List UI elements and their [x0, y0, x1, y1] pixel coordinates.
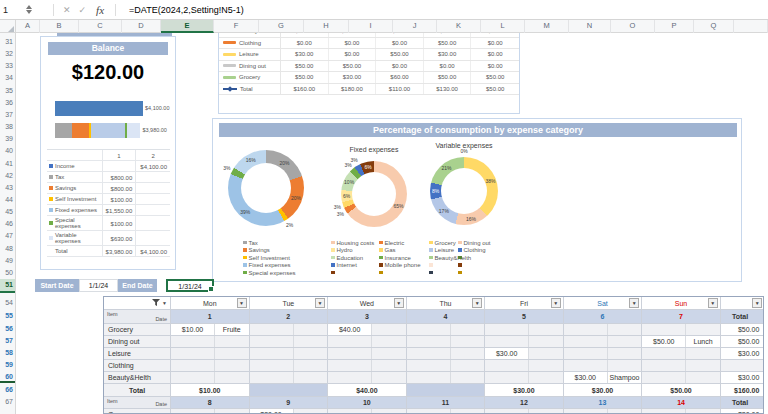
item-cell[interactable]: Grocery — [104, 409, 171, 414]
amount-cell[interactable] — [250, 336, 294, 347]
row-header-35[interactable]: 35 — [0, 85, 15, 97]
amount-cell[interactable] — [250, 324, 294, 335]
balance-table-row[interactable]: Variable expenses$630.00 — [47, 231, 170, 246]
amount-cell[interactable] — [171, 360, 215, 371]
date-cell[interactable]: 2 — [250, 310, 329, 324]
day-cell[interactable] — [250, 324, 329, 336]
column-header-K[interactable]: K — [437, 20, 481, 33]
amount-cell[interactable] — [171, 372, 215, 383]
row-header-34[interactable]: 34 — [0, 72, 15, 84]
note-cell[interactable] — [451, 409, 485, 414]
amount-cell[interactable] — [171, 336, 215, 347]
amount-cell[interactable] — [250, 348, 294, 359]
day-cell[interactable] — [407, 360, 486, 372]
note-cell[interactable] — [608, 336, 642, 347]
row-header-60[interactable]: 60 — [0, 371, 15, 383]
day-cell[interactable] — [407, 348, 486, 360]
note-cell[interactable] — [451, 324, 485, 335]
balance-table-row[interactable]: Special expenses$100.00 — [47, 216, 170, 231]
amount-cell[interactable]: $40.00 — [328, 324, 372, 335]
note-cell[interactable] — [686, 324, 720, 335]
dropdown-button-icon[interactable]: ▼ — [315, 298, 325, 308]
column-header-C[interactable]: C — [79, 20, 122, 33]
note-cell[interactable] — [451, 360, 485, 371]
amount-cell[interactable] — [328, 409, 372, 414]
row-header-58[interactable]: 58 — [0, 347, 15, 359]
note-cell[interactable] — [529, 336, 563, 347]
column-header-E[interactable]: E — [161, 20, 214, 33]
dropdown-button-icon[interactable]: ▼ — [752, 298, 762, 308]
day-cell[interactable] — [328, 360, 407, 372]
row-header-41[interactable]: 41 — [0, 158, 15, 170]
amount-cell[interactable] — [642, 372, 686, 383]
day-cell[interactable] — [328, 409, 407, 414]
day-cell[interactable] — [407, 372, 486, 384]
percentage-chart[interactable]: Percentage of consumption by expense cat… — [212, 118, 742, 282]
note-cell[interactable] — [686, 360, 720, 371]
row-header-38[interactable]: 38 — [0, 121, 15, 133]
amount-cell[interactable] — [328, 360, 372, 371]
column-header-partial[interactable] — [734, 20, 768, 33]
column-header-D[interactable]: D — [122, 20, 161, 33]
note-cell[interactable] — [529, 324, 563, 335]
balance-table-row[interactable]: Fixed expenses$1,550.00 — [47, 205, 170, 216]
note-cell[interactable] — [451, 336, 485, 347]
note-cell[interactable] — [451, 348, 485, 359]
amount-cell[interactable] — [642, 409, 686, 414]
day-cell[interactable]: $30.00 — [250, 409, 329, 414]
spinner-icon[interactable] — [26, 5, 36, 14]
amount-cell[interactable] — [328, 336, 372, 347]
note-cell[interactable] — [608, 348, 642, 359]
day-cell[interactable] — [250, 372, 329, 384]
date-cell[interactable]: 7 — [642, 310, 721, 324]
date-cell[interactable]: 9 — [250, 397, 329, 409]
day-cell[interactable] — [642, 360, 721, 372]
date-cell[interactable]: 5 — [485, 310, 564, 324]
row-header-47[interactable]: 47 — [0, 230, 15, 242]
amount-cell[interactable] — [407, 336, 451, 347]
amount-cell[interactable] — [485, 336, 529, 347]
day-cell[interactable] — [407, 324, 486, 336]
day-cell[interactable] — [328, 372, 407, 384]
column-header-H[interactable]: H — [304, 20, 349, 33]
dropdown-button-icon[interactable]: ▼ — [394, 298, 404, 308]
row-header-42[interactable]: 42 — [0, 170, 15, 182]
day-cell[interactable] — [642, 372, 721, 384]
note-cell[interactable] — [529, 360, 563, 371]
name-box[interactable]: 1 — [0, 5, 26, 15]
column-header-J[interactable]: J — [393, 20, 437, 33]
row-header-66[interactable]: 66 — [0, 383, 15, 396]
row-header-32[interactable]: 32 — [0, 48, 15, 60]
column-header-P[interactable]: P — [655, 20, 694, 33]
day-cell[interactable] — [485, 372, 564, 384]
amount-cell[interactable] — [171, 348, 215, 359]
day-cell[interactable]: $10.00Fruite — [171, 324, 250, 336]
balance-table-row[interactable]: Income$4,100.00 — [47, 161, 170, 172]
day-cell[interactable]: $30.00Shampoo — [564, 372, 643, 384]
item-filter-header[interactable]: ▼ — [104, 297, 171, 310]
amount-cell[interactable] — [485, 324, 529, 335]
date-cell[interactable]: 14 — [642, 397, 721, 409]
enter-icon[interactable]: ✓ — [79, 5, 87, 15]
balance-table-row[interactable]: Savings$800.00 — [47, 183, 170, 194]
row-header-51[interactable]: 51 — [0, 279, 15, 293]
amount-cell[interactable] — [407, 348, 451, 359]
row-header-33[interactable]: 33 — [0, 60, 15, 72]
amount-cell[interactable]: $30.00 — [485, 348, 529, 359]
day-cell[interactable] — [642, 324, 721, 336]
date-cell[interactable]: 12 — [485, 397, 564, 409]
balance-table-row[interactable]: Self Investment$100.00 — [47, 194, 170, 205]
row-header-39[interactable]: 39 — [0, 133, 15, 145]
note-cell[interactable] — [215, 409, 249, 414]
note-cell[interactable] — [215, 372, 249, 383]
dropdown-button-icon[interactable]: ▼ — [472, 298, 482, 308]
amount-cell[interactable] — [564, 360, 608, 371]
note-cell[interactable] — [372, 324, 406, 335]
amount-cell[interactable]: $30.00 — [564, 372, 608, 383]
day-header-wed[interactable]: Wed▼ — [328, 297, 407, 310]
note-cell[interactable] — [529, 372, 563, 383]
amount-cell[interactable]: $50.00 — [642, 336, 686, 347]
amount-cell[interactable] — [642, 348, 686, 359]
select-all-corner[interactable] — [0, 20, 16, 33]
balance-card[interactable]: Balance $120.00 $4,100.00$3,980.00 12Inc… — [40, 36, 176, 270]
